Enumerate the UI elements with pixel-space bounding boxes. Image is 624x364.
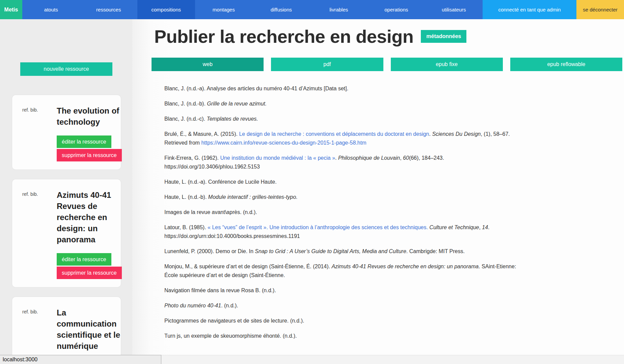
nav-item-ressources[interactable]: ressources	[80, 0, 138, 19]
tab-pdf[interactable]: pdf	[271, 58, 383, 71]
bib-text: Haute, L. (n.d.-b).	[164, 194, 208, 200]
resource-title: Azimuts 40-41 Revues de recherche en des…	[57, 189, 122, 245]
bib-text: Latour, B. (1985).	[164, 224, 208, 230]
nav-item-compositions[interactable]: compositions	[137, 0, 195, 19]
bib-text: Brulé, É., & Masure, A. (2015).	[164, 131, 239, 137]
nav-item-operations[interactable]: operations	[368, 0, 425, 19]
nav-item-livrables[interactable]: livrables	[310, 0, 368, 19]
resource-card: ref. bib.La communication scientifique e…	[12, 297, 121, 364]
bib-italic-text: Module interactif : grilles-teintes-typo…	[208, 194, 298, 200]
edit-resource-button[interactable]: éditer la ressource	[57, 135, 111, 148]
bibliography-entry: Lunenfeld, P. (2000). Demo or Die. In Sn…	[164, 247, 621, 256]
bib-italic-text: Azimuts 40-41 Revues de recherche en des…	[331, 264, 479, 269]
resource-title: The evolution of technology	[57, 105, 122, 127]
bib-text: Haute, L. (n.d.-a). Conférence de Lucile…	[164, 179, 277, 185]
bib-link[interactable]: « Les “vues” de l’esprit ». Une introduc…	[208, 224, 428, 230]
bib-text: Monjou, M., & supérieure d’art et de des…	[164, 264, 331, 269]
bibliography-entry: Images de la revue avant\après. (n.d.).	[164, 208, 621, 217]
bib-text: . SAint-Etienne:	[479, 264, 516, 269]
bib-text: Fink-Errera, G. (1962).	[164, 155, 220, 161]
bibliography-list: Blanc, J. (n.d.-a). Analyse des articles…	[164, 84, 621, 340]
top-nav: Metis atoutsressourcescompositionsmontag…	[0, 0, 624, 19]
metadata-badge[interactable]: métadonnées	[421, 30, 466, 43]
bibliography-entry: Pictogrammes de navigateurs et de sites …	[164, 316, 621, 325]
bib-text: Retrieved from	[164, 140, 201, 146]
nav-item-diffusions[interactable]: diffusions	[252, 0, 310, 19]
ref-bib-badge: ref. bib.	[22, 105, 47, 127]
bib-text: .	[488, 224, 489, 230]
ref-bib-badge: ref. bib.	[22, 307, 47, 352]
resource-card: ref. bib.Azimuts 40-41 Revues de recherc…	[12, 179, 121, 287]
bib-italic-text: Photo du numéro 40-41	[164, 303, 221, 308]
main-content: Publier la recherche en design métadonné…	[132, 19, 624, 364]
bibliography-entry: Latour, B. (1985). « Les “vues” de l’esp…	[164, 223, 621, 241]
bib-text: https://doi.org/10.3406/phlou.1962.5153	[164, 164, 260, 170]
bib-italic-text: Templates de revues.	[207, 116, 258, 122]
tab-epub-reflowable[interactable]: epub reflowable	[510, 58, 622, 71]
bib-link[interactable]: Le design de la recherche : conventions …	[239, 131, 429, 137]
bib-text: Blanc, J. (n.d.-a). Analyse des articles…	[164, 86, 348, 91]
bib-text: ,	[400, 155, 403, 161]
nav-item-utilisateurs[interactable]: utilisateurs	[425, 0, 483, 19]
bib-text: . (n.d.).	[221, 303, 238, 308]
bib-text: . Cambrigde: MIT Press.	[406, 248, 465, 254]
sidebar: nouvelle ressource ref. bib.The evolutio…	[0, 19, 132, 364]
bib-text: https://doi.org/urn:doi:10.4000/books.pr…	[164, 233, 300, 239]
bib-italic-text: Grille de la revue azimut.	[207, 101, 267, 107]
bibliography-entry: Haute, L. (n.d.-b). Module interactif : …	[164, 193, 621, 202]
format-tabs: webpdfepub fixeepub reflowable	[152, 58, 622, 71]
resource-title: La communication scientifique et le numé…	[57, 307, 122, 352]
bibliography-entry: Fink-Errera, G. (1962). Une institution …	[164, 154, 621, 171]
nav-item-montages[interactable]: montages	[195, 0, 253, 19]
bibliography-entry: Haute, L. (n.d.-a). Conférence de Lucile…	[164, 178, 621, 186]
logout-button[interactable]: se déconnecter	[576, 0, 624, 19]
resource-card-list: ref. bib.The evolution of technologyédit…	[12, 95, 121, 364]
resource-card-actions: éditer la ressourcesupprimer la ressourc…	[57, 135, 122, 161]
bibliography-entry: Blanc, J. (n.d.-c). Templates de revues.	[164, 115, 621, 123]
bib-italic-text: Sciences Du Design	[432, 131, 481, 137]
bib-text: Blanc, J. (n.d.-c).	[164, 116, 207, 122]
bib-text: Blanc, J. (n.d.-b).	[164, 101, 207, 107]
bibliography-entry: Blanc, J. (n.d.-b). Grille de la revue a…	[164, 99, 621, 108]
bib-text: Images de la revue avant\après. (n.d.).	[164, 209, 257, 215]
delete-resource-button[interactable]: supprimer la ressource	[57, 149, 122, 161]
session-status[interactable]: connecté en tant que admin	[483, 0, 576, 19]
bib-italic-text: 60	[403, 155, 409, 161]
ref-bib-badge: ref. bib.	[22, 189, 47, 245]
delete-resource-button[interactable]: supprimer la ressource	[57, 267, 122, 279]
bib-text: ,	[479, 224, 482, 230]
tab-web[interactable]: web	[152, 58, 264, 71]
bib-italic-text: Philosophique de Louvain	[338, 155, 400, 161]
resource-card-actions: éditer la ressourcesupprimer la ressourc…	[57, 253, 122, 279]
bib-text: Pictogrammes de navigateurs et de sites …	[164, 318, 304, 324]
page-title: Publier la recherche en design	[154, 27, 413, 46]
page-layout: nouvelle ressource ref. bib.The evolutio…	[0, 19, 624, 364]
brand-logo[interactable]: Metis	[0, 0, 22, 19]
bibliography-entry: Turn js, un exemple de skeuomorphisme éh…	[164, 332, 621, 340]
bib-link[interactable]: Une institution du monde médiéval : la «…	[220, 155, 335, 161]
status-bar-url: localhost:3000	[0, 355, 161, 364]
bib-text: (66), 184–243.	[409, 155, 444, 161]
bib-text: Lunenfeld, P. (2000). Demo or Die. In	[164, 248, 255, 254]
bib-text: Navigation filmée dans la revue Rosa B. …	[164, 287, 276, 293]
tab-epub-fixe[interactable]: epub fixe	[391, 58, 503, 71]
nav-items: atoutsressourcescompositionsmontagesdiff…	[22, 0, 483, 19]
bibliography-entry: Monjou, M., & supérieure d’art et de des…	[164, 262, 621, 280]
bib-italic-text: 14	[482, 224, 488, 230]
nav-item-atouts[interactable]: atouts	[22, 0, 80, 19]
new-resource-button[interactable]: nouvelle ressource	[20, 62, 112, 76]
bib-text: .	[335, 155, 338, 161]
bib-text: École supérieure d’art et de design (Sai…	[164, 272, 285, 278]
resource-card: ref. bib.The evolution of technologyédit…	[12, 95, 121, 170]
bib-italic-text: Snap to Grid : A User’s Guide to Digital…	[255, 248, 406, 254]
bibliography-entry: Blanc, J. (n.d.-a). Analyse des articles…	[164, 84, 621, 93]
bibliography-entry: Photo du numéro 40-41. (n.d.).	[164, 301, 621, 310]
bibliography-entry: Navigation filmée dans la revue Rosa B. …	[164, 286, 621, 295]
title-row: Publier la recherche en design métadonné…	[154, 27, 624, 46]
bib-italic-text: Culture et Technique	[429, 224, 479, 230]
bibliography-entry: Brulé, É., & Masure, A. (2015). Le desig…	[164, 130, 621, 147]
bib-link[interactable]: https://www.cairn.info/revue-sciences-du…	[201, 140, 366, 146]
bib-text: , (1), 58–67.	[481, 131, 510, 137]
edit-resource-button[interactable]: éditer la ressource	[57, 253, 111, 266]
bib-text: Turn js, un exemple de skeuomorphisme éh…	[164, 333, 297, 339]
